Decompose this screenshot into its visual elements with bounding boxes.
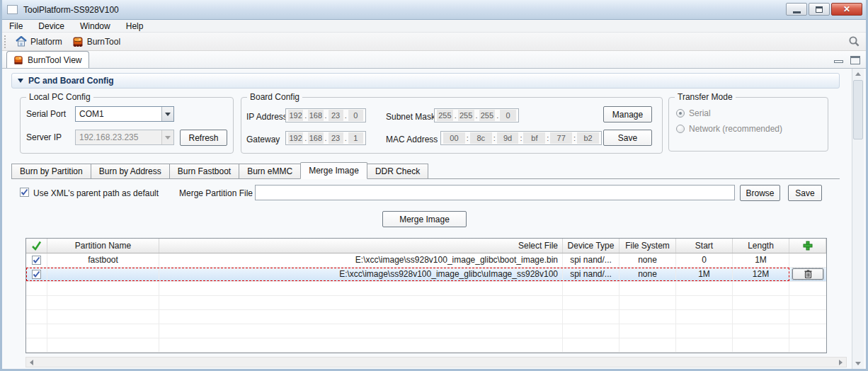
view-tab-bar: BurnTool View (2, 51, 866, 69)
save-board-button[interactable]: Save (603, 130, 652, 146)
cell-select-file[interactable]: E:\xcc\image\ss928v100_image_glibc\boot_… (159, 253, 563, 267)
table-row-empty (26, 310, 826, 324)
gateway-octet: 168 (308, 132, 323, 144)
horizontal-scrollbar[interactable] (25, 357, 847, 367)
table-row[interactable]: fastboot E:\xcc\image\ss928v100_image_gl… (26, 253, 826, 268)
tab-ddr-check[interactable]: DDR Check (367, 164, 428, 178)
mac-octet: 8c (470, 132, 492, 144)
restore-button[interactable] (809, 3, 830, 16)
use-xml-checkbox[interactable] (20, 188, 29, 197)
vertical-scrollbar[interactable] (852, 69, 864, 369)
view-maximize-icon[interactable] (850, 56, 860, 64)
col-file-system[interactable]: File System (619, 239, 676, 253)
table-row-selected[interactable]: E:\xcc\image\ss928v100_image_glibc\uImag… (26, 268, 826, 282)
radio-button-icon (676, 125, 685, 133)
app-window: ToolPlatform-SS928V100 ✕ File Device Win… (0, 0, 868, 371)
mac-octet: 77 (550, 132, 572, 144)
radio-button-icon (676, 109, 685, 118)
cell-device-type[interactable]: spi nand/... (563, 268, 619, 281)
scrollbar-thumb[interactable] (853, 80, 863, 139)
table-row-empty (26, 296, 826, 310)
tab-merge-image[interactable]: Merge Image (300, 162, 367, 179)
manage-button[interactable]: Manage (603, 106, 652, 122)
tab-burn-emmc[interactable]: Burn eMMC (239, 164, 301, 178)
delete-row-button[interactable] (792, 268, 823, 280)
cell-start[interactable]: 1M (676, 268, 733, 281)
scroll-right-icon[interactable] (839, 360, 843, 365)
delete-icon (804, 270, 812, 278)
cell-start[interactable]: 0 (676, 253, 733, 267)
cell-partition-name[interactable]: fastboot (47, 253, 159, 267)
cell-file-system[interactable]: none (619, 253, 676, 267)
collapse-icon (18, 79, 23, 83)
minimize-button[interactable] (786, 3, 807, 16)
tab-burn-by-partition[interactable]: Burn by Partition (11, 164, 91, 178)
chevron-down-icon[interactable] (161, 107, 173, 121)
radio-network: Network (recommended) (676, 124, 782, 134)
platform-label: Platform (30, 37, 62, 47)
tab-burn-by-address[interactable]: Burn by Address (91, 164, 170, 178)
ip-address-field: 192. 168. 23. 0 (285, 108, 366, 122)
scroll-down-icon[interactable] (855, 362, 861, 365)
merge-image-label: Merge Image (399, 215, 450, 224)
menu-file[interactable]: File (9, 21, 30, 32)
browse-button[interactable]: Browse (740, 185, 780, 201)
cell-select-file[interactable]: E:\xcc\image\ss928v100_image_glibc\uImag… (159, 268, 563, 281)
cell-file-system[interactable]: none (619, 268, 676, 281)
radio-network-label: Network (recommended) (689, 124, 782, 134)
check-icon (31, 241, 42, 251)
board-config-group: Board Config IP Address 192. 168. 23. 0 … (241, 97, 663, 154)
merge-partition-file-label: Merge Partition File (179, 188, 253, 198)
col-partition-name[interactable]: Partition Name (47, 239, 159, 253)
pc-board-config-header[interactable]: PC and Board Config (11, 73, 840, 89)
row-checkbox[interactable] (32, 270, 41, 279)
col-length[interactable]: Length (733, 239, 789, 253)
add-row-button[interactable] (789, 239, 826, 253)
burntool-icon (72, 36, 84, 47)
search-button[interactable] (848, 35, 860, 50)
merge-image-button[interactable]: Merge Image (382, 211, 467, 227)
checkbox-check-icon (33, 256, 40, 264)
mac-octet: bf (523, 132, 545, 144)
col-device-type[interactable]: Device Type (563, 239, 619, 253)
burntool-button[interactable]: BurnTool (67, 35, 125, 49)
tab-burn-fastboot[interactable]: Burn Fastboot (169, 164, 239, 178)
cell-partition-name[interactable] (47, 268, 159, 281)
close-button[interactable]: ✕ (831, 3, 862, 16)
header-check-all[interactable] (26, 239, 47, 253)
refresh-button[interactable]: Refresh (180, 130, 227, 146)
merge-partition-file-input[interactable] (255, 185, 735, 200)
chevron-down-icon (161, 130, 173, 144)
gateway-octet: 1 (348, 132, 363, 144)
scroll-up-icon[interactable] (855, 72, 861, 76)
col-start[interactable]: Start (676, 239, 733, 253)
view-minimize-icon[interactable] (834, 60, 843, 63)
mac-octet: 00 (443, 132, 465, 144)
cell-length[interactable]: 12M (733, 268, 789, 281)
section-title: PC and Board Config (28, 76, 114, 86)
tab-burntool-view[interactable]: BurnTool View (6, 51, 89, 68)
toolbar-gripper[interactable] (4, 35, 6, 48)
col-select-file[interactable]: Select File (159, 239, 563, 253)
serial-port-combo[interactable]: COM1 (75, 106, 174, 122)
browse-label: Browse (746, 188, 774, 198)
menu-help[interactable]: Help (126, 21, 151, 32)
save-merge-button[interactable]: Save (788, 185, 822, 201)
row-checkbox[interactable] (32, 256, 41, 265)
home-icon (16, 36, 27, 47)
mac-address-field: 00: 8c: 9d: bf: 77: b2 (440, 131, 602, 145)
cell-length[interactable]: 1M (733, 253, 789, 267)
scroll-left-icon[interactable] (30, 360, 33, 365)
ip-octet: 0 (348, 110, 363, 121)
burn-tab-strip: Burn by Partition Burn by Address Burn F… (11, 163, 840, 179)
partition-table: Partition Name Select File Device Type F… (25, 238, 827, 353)
table-row-empty (26, 338, 826, 353)
gateway-octet: 23 (329, 132, 343, 144)
menu-device[interactable]: Device (38, 21, 72, 32)
menu-window[interactable]: Window (80, 21, 118, 32)
gateway-label: Gateway (246, 135, 280, 144)
platform-button[interactable]: Platform (11, 35, 67, 48)
burntool-view-icon (13, 55, 23, 65)
board-config-title: Board Config (247, 92, 302, 102)
cell-device-type[interactable]: spi nand/... (563, 253, 619, 267)
